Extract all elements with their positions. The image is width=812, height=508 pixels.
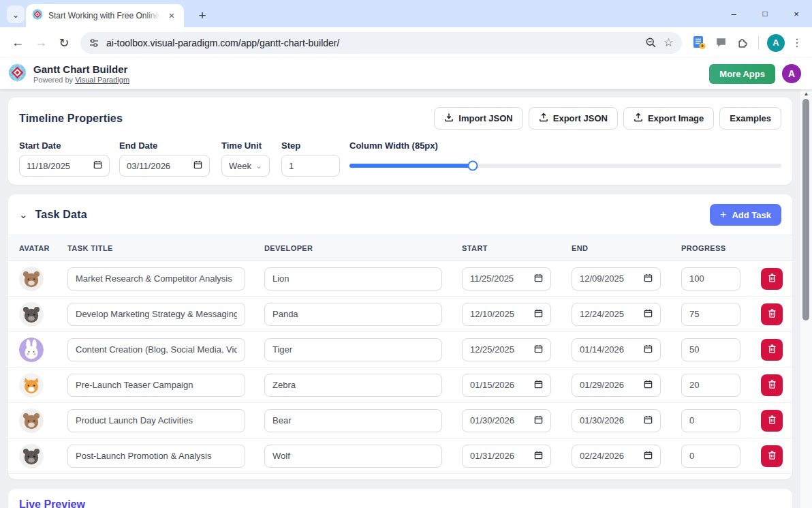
task-progress-input[interactable]	[681, 303, 740, 326]
export-json-button[interactable]: Export JSON	[529, 107, 618, 130]
task-end-input[interactable]: 02/24/2026	[572, 445, 661, 468]
task-start-input[interactable]: 12/10/2025	[462, 303, 551, 326]
task-end-input[interactable]: 12/09/2025	[572, 267, 661, 290]
task-start-input[interactable]: 01/30/2026	[462, 409, 551, 432]
task-progress-input[interactable]	[681, 409, 740, 432]
start-date-input[interactable]: 11/18/2025	[19, 155, 110, 177]
task-end-input[interactable]: 12/24/2025	[572, 303, 661, 326]
reload-button[interactable]: ↻	[53, 32, 75, 54]
end-date-input[interactable]: 03/11/2026	[119, 155, 210, 177]
calendar-icon	[644, 309, 653, 320]
task-start-input[interactable]: 01/15/2026	[462, 374, 551, 397]
bookmark-star-icon[interactable]: ☆	[663, 37, 674, 48]
task-developer-input[interactable]	[264, 374, 442, 397]
task-title-input[interactable]	[67, 374, 245, 397]
task-developer-input[interactable]	[264, 409, 442, 432]
scrollbar-up-arrow[interactable]: ▲	[800, 91, 812, 97]
step-input[interactable]	[289, 161, 332, 171]
extensions-puzzle-icon[interactable]	[732, 33, 753, 53]
task-progress-input[interactable]	[681, 267, 740, 290]
task-progress-input[interactable]	[681, 374, 740, 397]
tab-search-button[interactable]: ⌄	[7, 5, 25, 23]
browser-window: ⌄ Start Working with Free Online × + –	[0, 0, 812, 508]
task-start-input[interactable]: 11/25/2025	[462, 267, 551, 290]
browser-profile-avatar[interactable]: A	[767, 34, 785, 52]
delete-task-button[interactable]	[761, 303, 783, 325]
task-end-input[interactable]: 01/29/2026	[572, 374, 661, 397]
examples-button[interactable]: Examples	[719, 107, 781, 130]
more-apps-button[interactable]: More Apps	[709, 64, 775, 84]
chevron-down-icon: ⌄	[255, 161, 262, 170]
calendar-icon	[644, 380, 653, 391]
task-developer-input[interactable]	[264, 303, 442, 326]
task-end-input[interactable]: 01/14/2026	[572, 338, 661, 361]
maximize-button[interactable]: □	[749, 0, 781, 27]
task-data-title: Task Data	[35, 209, 87, 221]
delete-task-button[interactable]	[761, 374, 783, 396]
trash-icon	[767, 379, 777, 391]
download-icon	[444, 113, 454, 124]
end-date-label: End Date	[119, 140, 210, 151]
column-developer: DEVELOPER	[264, 244, 462, 252]
task-start-input[interactable]: 12/25/2025	[462, 338, 551, 361]
task-title-input[interactable]	[67, 338, 245, 361]
trash-icon	[767, 273, 777, 285]
add-task-button[interactable]: + Add Task	[710, 204, 781, 226]
back-button[interactable]: ←	[7, 32, 29, 54]
delete-task-button[interactable]	[761, 410, 783, 432]
minimize-button[interactable]: –	[718, 0, 749, 27]
task-end-input[interactable]: 01/30/2026	[572, 409, 661, 432]
task-developer-input[interactable]	[264, 267, 442, 290]
calendar-icon	[534, 344, 543, 355]
task-table-header: AVATAR TASK TITLE DEVELOPER START END PR…	[8, 235, 792, 261]
tab-close-icon[interactable]: ×	[166, 10, 178, 22]
task-developer-input[interactable]	[264, 445, 442, 468]
toolbar-divider	[758, 36, 759, 50]
calendar-icon	[534, 451, 543, 462]
browser-toolbar: ← → ↻ ai-toolbox.visual-paradigm.com/app…	[0, 27, 812, 58]
docs-offline-extension-icon[interactable]	[689, 33, 709, 53]
task-table-body: 11/25/2025 12/09/2025	[8, 261, 792, 474]
plus-icon: +	[720, 209, 726, 221]
column-width-slider[interactable]	[349, 164, 781, 168]
browser-tab[interactable]: Start Working with Free Online ×	[26, 4, 184, 27]
slider-thumb[interactable]	[467, 161, 478, 171]
column-progress: PROGRESS	[681, 244, 761, 252]
scrollbar-thumb[interactable]	[802, 99, 809, 320]
time-unit-select[interactable]: Week ⌄	[221, 155, 270, 177]
collapse-chevron-icon[interactable]: ⌄	[19, 209, 28, 221]
task-title-input[interactable]	[67, 409, 245, 432]
task-title-input[interactable]	[67, 303, 245, 326]
delete-task-button[interactable]	[761, 339, 783, 361]
task-title-input[interactable]	[67, 267, 245, 290]
delete-task-button[interactable]	[761, 268, 783, 290]
export-image-button[interactable]: Export Image	[623, 107, 714, 130]
zoom-out-icon[interactable]	[645, 37, 657, 48]
address-bar[interactable]: ai-toolbox.visual-paradigm.com/app/gantt…	[80, 32, 682, 54]
calendar-icon	[534, 309, 543, 320]
app-profile-avatar[interactable]: A	[782, 64, 801, 83]
task-title-input[interactable]	[67, 445, 245, 468]
url-text[interactable]: ai-toolbox.visual-paradigm.com/app/gantt…	[106, 38, 638, 48]
delete-task-button[interactable]	[761, 445, 783, 467]
task-progress-input[interactable]	[681, 445, 740, 468]
page-content: Timeline Properties Import JSON	[0, 89, 800, 508]
task-progress-input[interactable]	[681, 338, 740, 361]
page-scrollbar[interactable]: ▲	[800, 89, 812, 508]
tab-favicon	[32, 9, 43, 23]
new-tab-button[interactable]: +	[193, 7, 211, 25]
browser-menu-icon[interactable]: ⋮	[789, 36, 805, 49]
forward-button[interactable]: →	[30, 32, 52, 54]
column-start: START	[462, 244, 572, 252]
visual-paradigm-link[interactable]: Visual Paradigm	[75, 76, 129, 84]
task-table-row: 01/30/2026 01/30/2026	[8, 403, 792, 438]
site-settings-icon[interactable]	[89, 38, 99, 48]
task-developer-input[interactable]	[264, 338, 442, 361]
close-button[interactable]: ×	[781, 0, 812, 27]
live-preview-title: Live Preview	[19, 498, 781, 508]
import-json-button[interactable]: Import JSON	[434, 107, 522, 130]
feedback-extension-icon[interactable]	[710, 33, 731, 53]
column-avatar: AVATAR	[19, 244, 67, 252]
task-start-input[interactable]: 01/31/2026	[462, 445, 551, 468]
task-avatar	[19, 444, 44, 468]
